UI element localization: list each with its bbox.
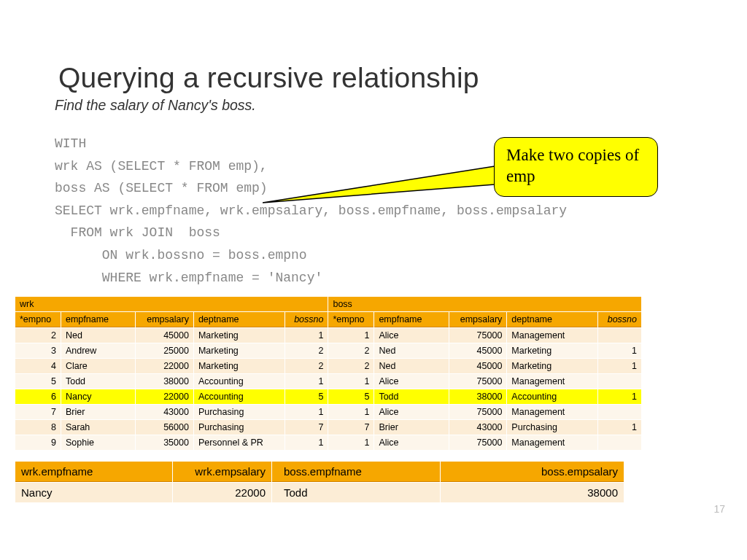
table-cell: Sophie: [61, 435, 135, 450]
table-cell: [598, 405, 641, 419]
table-cell: 75000: [449, 328, 507, 343]
table-cell: Todd: [61, 374, 135, 389]
table-cell: Purchasing: [507, 420, 597, 435]
table-cell: Alice: [374, 328, 448, 343]
col-deptname-2: deptname: [507, 312, 597, 327]
table-cell: 45000: [449, 359, 507, 373]
table-row: 5Todd38000Accounting11Alice75000Manageme…: [15, 374, 641, 389]
col-empsalary: empsalary: [136, 312, 193, 327]
rcell-boss-sal: 38000: [441, 483, 624, 502]
table-cell: Sarah: [61, 420, 135, 435]
result-header: wrk.empfname wrk.empsalary boss.empfname…: [15, 462, 624, 482]
table-cell: Management: [507, 374, 597, 389]
table-row: 8Sarah56000Purchasing77Brier43000Purchas…: [15, 420, 641, 435]
rcol-boss-empfname: boss.empfname: [272, 462, 440, 482]
rcol-boss-empsalary: boss.empsalary: [441, 462, 624, 482]
table-cell: 5: [328, 389, 374, 404]
table-cell: Alice: [374, 374, 448, 389]
table-cell: 45000: [449, 343, 507, 358]
table-cell: 7: [15, 405, 61, 419]
col-deptname: deptname: [194, 312, 285, 327]
table-cell: 38000: [449, 389, 507, 404]
table-cell: Management: [507, 435, 597, 450]
table-row: 2Ned45000Marketing11Alice75000Management: [15, 328, 641, 343]
table-cell: 7: [328, 420, 374, 435]
table-cell: 1: [285, 405, 328, 419]
table-cell: Accounting: [507, 389, 597, 404]
table-cell: 7: [285, 420, 328, 435]
table-cell: Todd: [374, 389, 448, 404]
table-cell: 35000: [136, 435, 193, 450]
table-row: 6Nancy22000Accounting55Todd38000Accounti…: [15, 389, 641, 404]
table-cell: Marketing: [194, 328, 285, 343]
table-cell: 1: [328, 374, 374, 389]
rcell-sal: 22000: [173, 483, 271, 502]
join-table: wrk boss *empno empfname empsalary deptn…: [15, 296, 642, 451]
table-cell: 56000: [136, 420, 193, 435]
table-cell: 8: [15, 420, 61, 435]
table-cell: 25000: [136, 343, 193, 358]
table-cell: 1: [285, 374, 328, 389]
table-cell: Ned: [374, 359, 448, 373]
table-cell: Clare: [61, 359, 135, 373]
group-header-wrk: wrk: [15, 297, 328, 311]
table-cell: 2: [15, 328, 61, 343]
table-cell: 75000: [449, 405, 507, 419]
table-cell: Andrew: [61, 343, 135, 358]
table-cell: Nancy: [61, 389, 135, 404]
table-cell: 2: [285, 359, 328, 373]
table-cell: 22000: [136, 389, 193, 404]
table-cell: 45000: [136, 328, 193, 343]
table-cell: Alice: [374, 435, 448, 450]
rcell-boss-fname: Todd: [272, 483, 440, 502]
col-empno-2: *empno: [328, 312, 374, 327]
table-cell: 2: [285, 343, 328, 358]
table-cell: 5: [285, 389, 328, 404]
table-row: 4Clare22000Marketing22Ned45000Marketing1: [15, 359, 641, 373]
table-cell: 75000: [449, 435, 507, 450]
table-cell: 75000: [449, 374, 507, 389]
table-group-header: wrk boss: [15, 297, 641, 311]
table-cell: 1: [328, 405, 374, 419]
slide-subtitle: Find the salary of Nancy's boss.: [15, 97, 732, 114]
table-cell: [598, 328, 641, 343]
table-cell: 2: [328, 359, 374, 373]
table-cell: Purchasing: [194, 405, 285, 419]
table-col-header: *empno empfname empsalary deptname bossn…: [15, 312, 641, 327]
table-cell: Marketing: [194, 359, 285, 373]
table-cell: Accounting: [194, 374, 285, 389]
table-cell: 1: [598, 343, 641, 358]
table-cell: 43000: [449, 420, 507, 435]
table-cell: 3: [15, 343, 61, 358]
table-row: 9Sophie35000Personnel & PR11Alice75000Ma…: [15, 435, 641, 450]
table-cell: 43000: [136, 405, 193, 419]
table-cell: 2: [328, 343, 374, 358]
sql-code: WITH wrk AS (SELECT * FROM emp), boss AS…: [15, 133, 732, 289]
table-cell: Brier: [374, 420, 448, 435]
table-cell: 1: [598, 389, 641, 404]
table-cell: Marketing: [194, 343, 285, 358]
table-cell: Personnel & PR: [194, 435, 285, 450]
col-empno: *empno: [15, 312, 61, 327]
group-header-boss: boss: [328, 297, 641, 311]
col-empfname: empfname: [61, 312, 135, 327]
table-cell: Purchasing: [194, 420, 285, 435]
result-row: Nancy 22000 Todd 38000: [15, 483, 624, 502]
col-empsalary-2: empsalary: [449, 312, 507, 327]
table-cell: 1: [598, 359, 641, 373]
table-cell: Marketing: [507, 343, 597, 358]
table-cell: [598, 374, 641, 389]
rcell-fname: Nancy: [15, 483, 172, 502]
rcol-wrk-empfname: wrk.empfname: [15, 462, 172, 482]
table-cell: 9: [15, 435, 61, 450]
table-cell: Management: [507, 405, 597, 419]
page-number: 17: [713, 503, 725, 515]
table-row: 3Andrew25000Marketing22Ned45000Marketing…: [15, 343, 641, 358]
col-empfname-2: empfname: [374, 312, 448, 327]
table-cell: 6: [15, 389, 61, 404]
table-cell: Brier: [61, 405, 135, 419]
col-bossno-2: bossno: [598, 312, 641, 327]
col-bossno: bossno: [285, 312, 328, 327]
slide-title: Querying a recursive relationship: [15, 0, 732, 97]
table-row: 7Brier43000Purchasing11Alice75000Managem…: [15, 405, 641, 419]
